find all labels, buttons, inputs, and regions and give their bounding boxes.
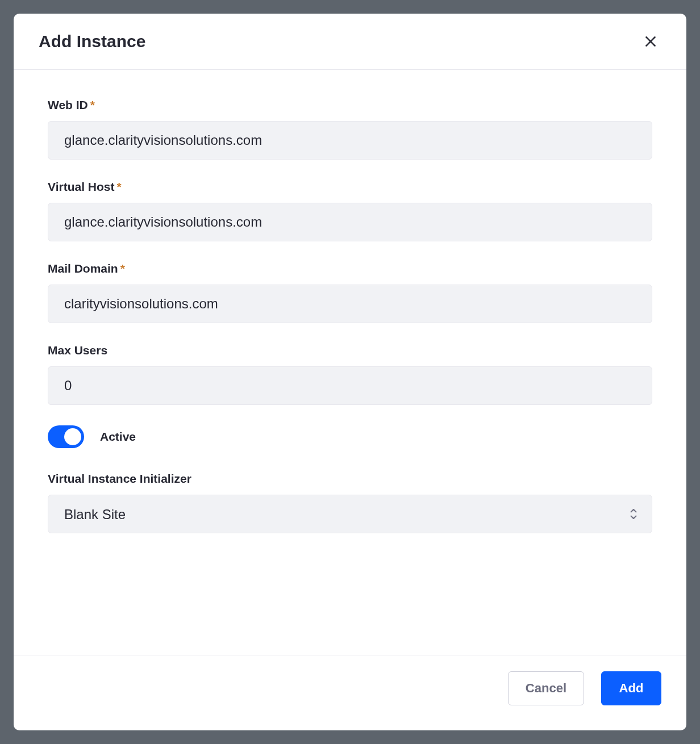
modal-title: Add Instance	[39, 32, 145, 51]
initializer-label: Virtual Instance Initializer	[48, 472, 652, 486]
cancel-button[interactable]: Cancel	[508, 671, 584, 705]
toggle-knob	[64, 428, 81, 445]
required-indicator: *	[120, 262, 125, 275]
mail-domain-label: Mail Domain*	[48, 262, 652, 275]
initializer-group: Virtual Instance Initializer Blank Site	[48, 472, 652, 533]
virtual-host-group: Virtual Host*	[48, 180, 652, 241]
initializer-select[interactable]: Blank Site	[48, 495, 652, 533]
mail-domain-group: Mail Domain*	[48, 262, 652, 323]
add-instance-modal: Add Instance Web ID* Virtual Host* Mail …	[14, 14, 686, 730]
active-toggle[interactable]	[48, 425, 84, 448]
mail-domain-input[interactable]	[48, 285, 652, 323]
close-icon	[643, 34, 658, 49]
initializer-select-wrap: Blank Site	[48, 495, 652, 533]
virtual-host-label-text: Virtual Host	[48, 180, 114, 193]
modal-body: Web ID* Virtual Host* Mail Domain* Max U…	[14, 70, 686, 655]
modal-footer: Cancel Add	[14, 655, 686, 730]
max-users-input[interactable]	[48, 366, 652, 405]
web-id-label: Web ID*	[48, 98, 652, 112]
required-indicator: *	[90, 98, 95, 111]
virtual-host-input[interactable]	[48, 203, 652, 241]
web-id-label-text: Web ID	[48, 98, 88, 111]
web-id-group: Web ID*	[48, 98, 652, 160]
web-id-input[interactable]	[48, 121, 652, 160]
active-toggle-row: Active	[48, 425, 652, 448]
modal-header: Add Instance	[14, 14, 686, 70]
required-indicator: *	[116, 180, 121, 193]
add-button[interactable]: Add	[601, 671, 661, 705]
max-users-label: Max Users	[48, 344, 652, 357]
virtual-host-label: Virtual Host*	[48, 180, 652, 194]
max-users-group: Max Users	[48, 344, 652, 405]
active-label: Active	[100, 430, 136, 444]
mail-domain-label-text: Mail Domain	[48, 262, 118, 275]
close-button[interactable]	[640, 31, 661, 52]
